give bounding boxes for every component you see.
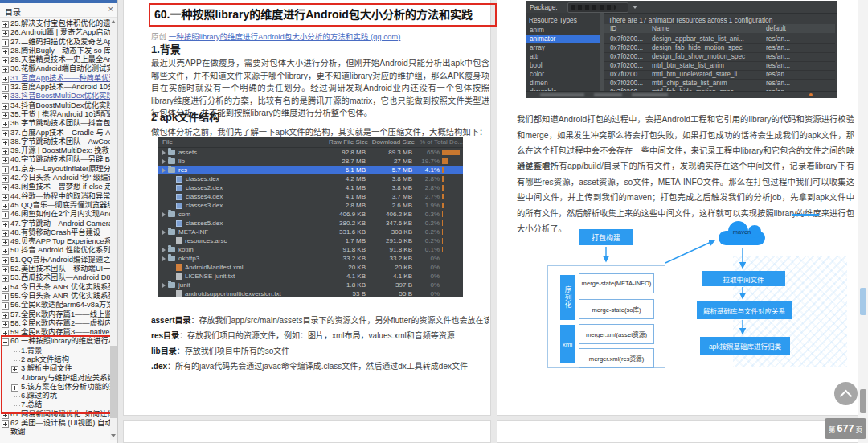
- scroll-to-top-button[interactable]: [834, 382, 858, 405]
- toc-item[interactable]: 27.二维码扫描优化及爱奇艺App的实践: [0, 38, 110, 47]
- expand-icon[interactable]: [2, 166, 9, 174]
- expand-icon[interactable]: [2, 230, 9, 237]
- toc-item[interactable]: 28.腾讯Bugly—动态下发 so 库在 Andro: [0, 47, 110, 55]
- expand-icon[interactable]: [2, 76, 9, 83]
- toc-item[interactable]: 25.解决支付宝包体积优化的遗留问题：这: [0, 19, 110, 28]
- toc-item[interactable]: 44.谷歌—协程中的取消和异常 | 异常处理: [0, 192, 110, 201]
- toc-item[interactable]: 5.该方案在包体分析功能的落地: [0, 383, 110, 392]
- expand-icon[interactable]: [2, 312, 9, 319]
- expand-icon[interactable]: [2, 293, 9, 301]
- expand-icon[interactable]: [2, 112, 9, 119]
- toc-item[interactable]: 39.开源 | BoostMultiDex: 挽救 Androi: [0, 146, 110, 155]
- toc-item[interactable]: 56.全民K歌适配arm64-v8a方案: [0, 301, 110, 310]
- expand-icon[interactable]: [2, 302, 9, 310]
- toc-item[interactable]: 42.今日头条 Android '秒' 级编译速度优: [0, 174, 110, 183]
- scroll-up-icon[interactable]: [111, 20, 116, 23]
- toc-item[interactable]: 1.背景: [0, 347, 110, 355]
- toc-scrollbar[interactable]: [110, 18, 117, 440]
- toc-item[interactable]: 30.花椒Android端自动化测试实践: [0, 64, 110, 73]
- toc-item[interactable]: 55.今日头条 ANR 优化实践系列 - 监控工: [0, 292, 110, 301]
- expand-icon[interactable]: [2, 30, 9, 37]
- expand-icon[interactable]: [2, 157, 9, 164]
- toc-item[interactable]: 36.字节跳动技术团队—抖音包大小优化-: [0, 119, 110, 128]
- expand-icon[interactable]: [2, 66, 9, 73]
- expand-icon[interactable]: [2, 412, 9, 419]
- toc-item[interactable]: 60.一种按照library的维度进行Android包: [0, 337, 110, 346]
- toc-item[interactable]: 45.QQ音乐—彻底弄懂浏览器缓存策略: [0, 201, 110, 210]
- expand-icon[interactable]: [2, 420, 9, 428]
- toc-item[interactable]: 59.全民K歌内存篇3——native内存分析与: [0, 328, 110, 337]
- toc-item[interactable]: 31.百度App技术——种简单优雅的TextV: [0, 74, 110, 83]
- expand-icon[interactable]: [2, 321, 9, 328]
- expand-icon[interactable]: [2, 266, 9, 273]
- toc-item[interactable]: 致谢: [0, 428, 110, 437]
- toc-item[interactable]: 53.西瓜技术团队—Android D8编译器"b: [0, 273, 110, 282]
- expand-icon[interactable]: [2, 148, 9, 155]
- expand-icon[interactable]: [2, 175, 9, 183]
- window-scrollbar[interactable]: [858, 0, 868, 443]
- toc-item[interactable]: 7.总结: [0, 400, 110, 409]
- expand-caret-icon: [162, 150, 166, 155]
- expand-icon[interactable]: [2, 203, 9, 210]
- toc-item[interactable]: 49.贝壳APP Top Experience系列 | Andr: [0, 237, 110, 246]
- expand-icon[interactable]: [2, 275, 9, 282]
- expand-icon[interactable]: [2, 194, 9, 201]
- source-link[interactable]: 一种按照library的维度进行Android包大小分析的方法和实践 (qq.c…: [169, 32, 401, 41]
- expand-icon[interactable]: [2, 93, 9, 100]
- toc-item[interactable]: 35.干货 | 携程Android 10适配踩坑指南: [0, 110, 110, 119]
- expand-icon[interactable]: [2, 130, 9, 137]
- toc-item[interactable]: 3 解析中间文件: [0, 364, 110, 373]
- scrollbar-marker[interactable]: [860, 288, 866, 315]
- expand-icon[interactable]: [2, 103, 9, 110]
- toc-item[interactable]: 58.全民K歌内存篇2——虚拟内存浅析: [0, 319, 110, 328]
- toc-scrollbar-thumb[interactable]: [110, 346, 117, 418]
- expand-icon[interactable]: [2, 248, 9, 255]
- toc-item[interactable]: 40.字节跳动技术团队—另辟 BadTokenE: [0, 155, 110, 164]
- toc-item[interactable]: 33.抖音BoostMultiDex优化实践: Andro: [0, 92, 110, 100]
- expand-icon[interactable]: [2, 57, 9, 64]
- toc-item[interactable]: 54.今日头条 ANR 优化实践系列 - 设计原: [0, 283, 110, 292]
- expand-icon[interactable]: [2, 84, 9, 92]
- toc-item[interactable]: 38.字节跳动技术团队—AwCookieMana: [0, 137, 110, 146]
- toc-item[interactable]: 2 apk文件结构: [0, 355, 110, 364]
- expand-icon[interactable]: [11, 384, 18, 392]
- toc-item[interactable]: 62.美团—设计稿 (UI视图) 自动生成代码: [0, 419, 110, 428]
- expand-icon[interactable]: [2, 48, 9, 55]
- expand-icon[interactable]: [2, 21, 9, 28]
- expand-icon[interactable]: [2, 257, 9, 265]
- expand-icon[interactable]: [2, 330, 9, 337]
- collapse-icon[interactable]: [2, 338, 9, 346]
- expand-icon[interactable]: [2, 39, 9, 47]
- toc-item[interactable]: 41.京东—LayoutInflater原理分析与实践: [0, 165, 110, 174]
- scroll-down-icon[interactable]: [111, 434, 116, 437]
- toc-item[interactable]: 32.百度App技术—Android 10分区存储: [0, 83, 110, 92]
- scrollbar-thumb[interactable]: [860, 389, 866, 413]
- expand-icon[interactable]: [2, 139, 9, 146]
- toc-item[interactable]: 47.字节跳动—Android Camera内存问题: [0, 219, 110, 228]
- toc-item[interactable]: 26.Android篇 | 爱奇艺App启动优化实践: [0, 28, 110, 37]
- expand-icon[interactable]: [2, 285, 9, 292]
- toc-item[interactable]: 50.抖音 Android 性能优化系列: Java 内: [0, 246, 110, 255]
- toc-item[interactable]: 34.抖音BoostMultiDex优化实践: Andro: [0, 101, 110, 110]
- toc-item[interactable]: 29.天猫精灵技术—史上最全Android渲染: [0, 55, 110, 64]
- expand-icon[interactable]: [11, 366, 18, 373]
- expand-icon[interactable]: [2, 184, 9, 191]
- toc-item[interactable]: 4.library与维护组对应关系维护: [0, 374, 110, 383]
- expand-icon[interactable]: [2, 221, 9, 228]
- resource-table: There are 17 animator resources across 1…: [604, 13, 837, 92]
- toc-item[interactable]: 37.百度App技术—Gradle 与 Android 构: [0, 129, 110, 137]
- toc-item[interactable]: 43.闲鱼技术—曾梦想 if-else 走天涯? 看: [0, 183, 110, 191]
- col-default: default: [766, 24, 786, 33]
- toc-item[interactable]: 52.美团技术团队—移动端UI一致性解决方: [0, 265, 110, 273]
- toc-item[interactable]: 48.有赞移动Crash平台建设: [0, 228, 110, 237]
- toc-item[interactable]: 6.踩过的坑: [0, 392, 110, 400]
- toc-item[interactable]: 46.闲鱼如何在2个月内实现Android启动: [0, 210, 110, 219]
- expand-caret-icon: [162, 283, 166, 288]
- close-icon[interactable]: ×: [108, 4, 113, 14]
- toc-item[interactable]: 57.全民K歌内存篇1——线上监控与综合治: [0, 310, 110, 319]
- toc-item[interactable]: 61.网易新闻构建优化: 如何让你的构建速: [0, 410, 110, 419]
- expand-icon[interactable]: [2, 239, 9, 246]
- expand-icon[interactable]: [2, 211, 9, 219]
- toc-item[interactable]: 51.QQ音乐Android编译提速之路: [0, 256, 110, 265]
- expand-icon[interactable]: [2, 121, 9, 128]
